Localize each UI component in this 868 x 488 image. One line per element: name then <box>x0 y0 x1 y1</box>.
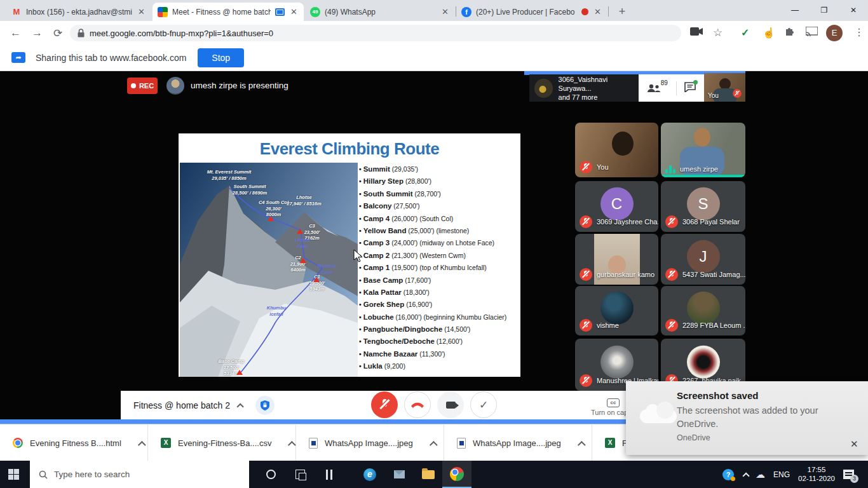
participant-tile[interactable]: C 3069 Jayshree Cha... <box>575 181 658 232</box>
participants-button[interactable]: 89 <box>647 84 668 93</box>
extension-check-icon[interactable]: ✓ <box>741 27 749 39</box>
mouse-cursor <box>353 249 363 263</box>
participant-tile[interactable]: vishme <box>575 286 658 336</box>
image-file-icon <box>457 438 466 449</box>
hangup-button[interactable] <box>404 391 431 418</box>
cortana-icon[interactable] <box>263 467 278 482</box>
shared-tab-border-bottom <box>0 419 628 424</box>
camp-marker <box>297 229 303 234</box>
participant-tile[interactable]: gurbanskaur kamo <box>575 234 658 285</box>
share-tab-icon: ➦ <box>11 52 25 63</box>
system-tray: ? ☁ ENG 17:55 02-11-2020 3 <box>722 461 868 488</box>
mic-off-icon <box>580 319 592 332</box>
tab-facebook[interactable]: f (20+) Live Producer | Facebo ✕ <box>456 3 607 21</box>
taskbar-clock[interactable]: 17:55 02-11-2020 <box>798 466 835 483</box>
chevron-up-icon[interactable] <box>430 440 438 449</box>
download-item[interactable]: X Evening-Fitness-Ba....csv <box>148 424 296 461</box>
taskbar-search[interactable]: Type here to search <box>30 461 249 488</box>
downloads-close-icon[interactable]: ✕ <box>850 438 858 450</box>
search-icon <box>39 470 48 479</box>
tray-chevron-icon[interactable] <box>742 472 749 479</box>
chrome-taskbar-icon[interactable] <box>442 461 471 488</box>
chevron-up-icon[interactable] <box>236 403 243 410</box>
meeting-name[interactable]: Fitness @ home batch 2 <box>133 400 230 410</box>
list-item: •Gorek Shep (16,900') <box>359 301 519 313</box>
address-bar[interactable]: meet.google.com/btb-fnup-mxp?pli=1&authu… <box>70 25 681 41</box>
mic-toggle-button[interactable] <box>371 391 398 418</box>
mail-icon[interactable] <box>391 467 407 482</box>
participant-tile[interactable]: S 3068 Payal Shelar <box>661 181 745 232</box>
meeting-safe-icon[interactable] <box>255 396 275 415</box>
file-explorer-icon[interactable] <box>421 467 436 482</box>
start-button[interactable] <box>8 469 19 480</box>
chevron-up-icon[interactable] <box>578 440 586 449</box>
divider <box>676 81 677 95</box>
help-icon[interactable]: ? <box>722 469 734 480</box>
list-item: •Camp 2 (21,300') (Western Cwm) <box>359 252 519 264</box>
participant-tile[interactable]: umesh zirpe <box>661 123 745 177</box>
tab-gmail[interactable]: M Inbox (156) - ekta.jadhav@stmira ✕ <box>6 3 151 21</box>
present-check-button[interactable]: ✓ <box>470 391 497 418</box>
mic-off-icon <box>665 268 678 281</box>
tab-whatsapp[interactable]: 49 (49) WhatsApp ✕ <box>305 3 455 21</box>
people-icon <box>647 84 661 93</box>
minimize-button[interactable]: — <box>780 0 810 21</box>
onedrive-tray-icon[interactable]: ☁ <box>756 469 765 480</box>
close-button[interactable]: ✕ <box>839 0 868 21</box>
tab-close-icon[interactable]: ✕ <box>137 7 146 17</box>
new-tab-button[interactable]: + <box>614 4 630 20</box>
participant-name: gurbanskaur kamo <box>597 271 654 278</box>
participant-tile[interactable]: You <box>575 123 658 177</box>
download-filename: Evening-Fitness-Ba....csv <box>178 438 271 448</box>
edge-icon[interactable]: e <box>362 467 377 482</box>
pinned-app-icon[interactable] <box>322 467 337 482</box>
mic-off-icon <box>580 268 592 281</box>
clock-date: 02-11-2020 <box>798 475 835 484</box>
tab-close-icon[interactable]: ✕ <box>289 7 299 17</box>
silhouette <box>612 132 634 156</box>
back-icon[interactable]: ← <box>10 27 21 39</box>
list-item: •South Summit (28,700') <box>359 190 519 202</box>
stop-sharing-button[interactable]: Stop <box>198 48 244 67</box>
language-indicator[interactable]: ENG <box>773 470 790 479</box>
list-item: •Lukla (9,200) <box>359 362 519 374</box>
notification-title: Screenshot saved <box>677 390 758 401</box>
profile-avatar[interactable]: E <box>826 25 843 41</box>
maximize-button[interactable]: ❐ <box>810 0 839 21</box>
notification-count-badge: 3 <box>850 475 858 483</box>
chevron-up-icon[interactable] <box>288 440 296 449</box>
tab-sharing-indicator-icon <box>275 8 285 16</box>
download-item[interactable]: WhatsApp Image....jpeg <box>296 424 444 461</box>
self-view-thumbnail[interactable]: You <box>704 73 745 102</box>
reload-icon[interactable]: ⟳ <box>53 27 62 40</box>
map-label: C4 South Col 26,300' 8000m <box>247 200 301 218</box>
extension-hand-icon[interactable]: ☝ <box>763 27 775 39</box>
presenting-text: umesh zirpe is presenting <box>191 81 288 90</box>
download-item[interactable]: Evening Fitness B....html <box>0 424 148 461</box>
lock-icon <box>78 29 85 37</box>
task-view-icon[interactable] <box>292 467 308 482</box>
tab-camera-in-use-icon[interactable] <box>690 27 703 36</box>
chevron-up-icon[interactable] <box>138 440 146 449</box>
presentation-slide: Everest Climbing Route <box>179 133 520 377</box>
camp-marker <box>236 370 243 375</box>
camera-toggle-button[interactable] <box>437 391 464 418</box>
speaking-icon <box>665 165 675 173</box>
participant-tile[interactable]: J 5437 Swati Jamag... <box>661 234 745 285</box>
tab-meet[interactable]: Meet - Fitness @ home batch ✕ <box>153 3 304 21</box>
cast-icon[interactable] <box>806 27 818 37</box>
tab-close-icon[interactable]: ✕ <box>440 7 450 17</box>
browser-menu-icon[interactable]: ⋮ <box>854 26 864 38</box>
onedrive-notification[interactable]: Screenshot saved The screenshot was adde… <box>626 381 868 455</box>
chat-button[interactable] <box>684 82 696 95</box>
download-item[interactable]: WhatsApp Image....jpeg <box>444 424 592 461</box>
tab-close-icon[interactable]: ✕ <box>593 7 602 17</box>
tab-title: (20+) Live Producer | Facebo <box>476 8 577 17</box>
forward-icon[interactable]: → <box>32 27 43 39</box>
participant-tile[interactable]: 2289 FYBA Leoum ... <box>661 286 745 336</box>
bookmark-star-icon[interactable]: ☆ <box>713 26 722 39</box>
notification-body: The screenshot was added to your OneDriv… <box>677 404 858 431</box>
participant-name: 5437 Swati Jamag... <box>682 271 745 278</box>
action-center-icon[interactable]: 3 <box>843 470 854 479</box>
extensions-puzzle-icon[interactable] <box>784 26 796 37</box>
